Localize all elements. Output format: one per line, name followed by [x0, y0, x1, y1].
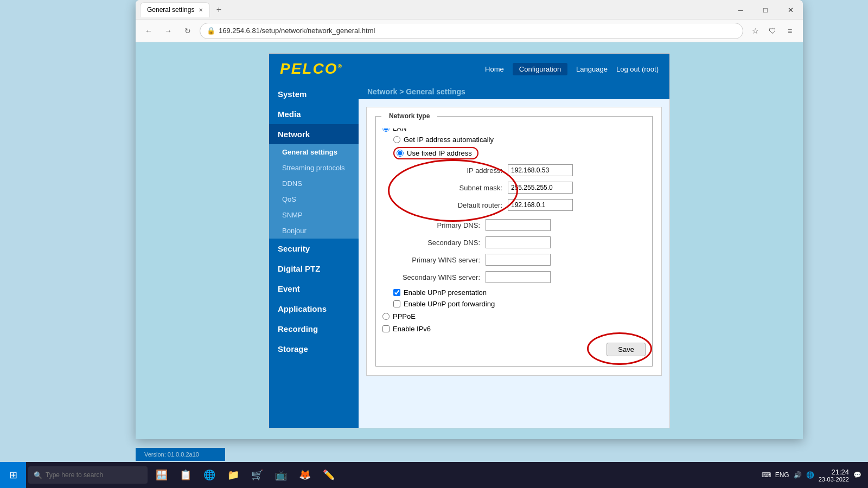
sidebar-sub-streaming-protocols[interactable]: Streaming protocols: [269, 160, 359, 176]
shield-icon[interactable]: 🛡: [765, 23, 780, 38]
sidebar-item-security[interactable]: Security: [269, 239, 359, 259]
tab-title: General settings: [147, 6, 194, 14]
pelco-nav: Home Configuration Language Log out (roo…: [485, 63, 659, 75]
network-type-box: Network type LAN Get: [366, 107, 662, 376]
sidebar-sub-snmp[interactable]: SNMP: [269, 207, 359, 223]
start-button[interactable]: ⊞: [0, 462, 26, 488]
sidebar-sub-bonjour[interactable]: Bonjour: [269, 223, 359, 239]
sidebar-sub-ddns[interactable]: DDNS: [269, 176, 359, 191]
pelco-sidebar: System Media Network General settings St…: [269, 84, 359, 428]
sidebar-system-label: System: [278, 89, 307, 99]
nav-configuration[interactable]: Configuration: [513, 63, 567, 75]
nav-logout[interactable]: Log out (root): [616, 65, 659, 73]
sidebar-item-media[interactable]: Media: [269, 104, 359, 124]
taskbar: ⊞ 🔍 🪟 📋 🌐 📁 🛒 📺 🦊 ✏️ ⌨ ENG 🔊 🌐 21:24 23-…: [0, 462, 868, 488]
sidebar-item-digital-ptz[interactable]: Digital PTZ: [269, 259, 359, 279]
nav-language[interactable]: Language: [576, 65, 608, 73]
sidebar-version: Version: 01.0.0.2a10: [136, 448, 225, 461]
restore-button[interactable]: □: [753, 0, 778, 20]
get-ip-label: Get IP address automatically: [404, 136, 494, 144]
enable-upnp-row: Enable UPnP presentation: [393, 288, 646, 297]
subnet-mask-label: Subnet mask:: [416, 184, 508, 192]
taskbar-icon-8[interactable]: ✏️: [319, 465, 339, 485]
notification-icon[interactable]: 💬: [853, 471, 861, 479]
sidebar-subsections: General settings Streaming protocols DDN…: [269, 144, 359, 239]
secondary-wins-input[interactable]: [486, 271, 551, 283]
taskbar-icon-2[interactable]: 📋: [176, 465, 195, 485]
taskbar-icon-3[interactable]: 🌐: [200, 465, 219, 485]
pppoe-label: PPPoE: [393, 312, 416, 320]
enable-upnp-port-row: Enable UPnP port forwarding: [393, 300, 646, 308]
star-icon[interactable]: ☆: [748, 23, 763, 38]
sidebar-sub-qos[interactable]: QoS: [269, 191, 359, 207]
subnet-mask-row: Subnet mask:: [416, 182, 573, 194]
taskbar-right: ⌨ ENG 🔊 🌐 21:24 23-03-2022 💬: [762, 462, 868, 488]
address-bar[interactable]: 🔒 169.254.6.81/setup/network/network_gen…: [200, 23, 743, 39]
secondary-dns-label: Secondary DNS:: [393, 239, 486, 247]
window-controls: ─ □ ✕: [728, 0, 803, 20]
enable-upnp-port-label: Enable UPnP port forwarding: [404, 300, 495, 308]
url-text: 169.254.6.81/setup/network/network_gener…: [219, 27, 736, 35]
pelco-app: PELCO® Home Configuration Language Log o…: [269, 53, 670, 428]
breadcrumb: Network > General settings: [359, 84, 669, 99]
sidebar-sub-general-settings[interactable]: General settings: [269, 144, 359, 160]
browser-window: General settings ✕ + ─ □ ✕ ← → ↻ 🔒 169.2…: [136, 0, 803, 439]
new-tab-button[interactable]: +: [212, 3, 225, 16]
primary-wins-input[interactable]: [486, 254, 551, 266]
sidebar-item-applications[interactable]: Applications: [269, 299, 359, 319]
browser-tab[interactable]: General settings ✕: [140, 2, 210, 17]
keyboard-icon: ⌨: [762, 471, 771, 479]
sidebar-media-label: Media: [278, 110, 301, 119]
default-router-label: Default router:: [416, 201, 508, 209]
get-ip-radio[interactable]: [393, 136, 400, 143]
enable-ipv6-checkbox[interactable]: [382, 325, 390, 332]
taskbar-icon-7[interactable]: 🦊: [295, 465, 315, 485]
breadcrumb-section: Network: [367, 87, 397, 96]
close-button[interactable]: ✕: [778, 0, 803, 20]
browser-titlebar: General settings ✕ + ─ □ ✕: [136, 0, 803, 20]
taskbar-time: 21:24: [819, 468, 849, 476]
default-router-input[interactable]: [508, 199, 573, 211]
secondary-dns-input[interactable]: [486, 236, 551, 248]
taskbar-icon-4[interactable]: 📁: [224, 465, 243, 485]
section-title: Network type: [385, 111, 434, 121]
refresh-button[interactable]: ↻: [180, 23, 195, 38]
taskbar-icon-5[interactable]: 🛒: [247, 465, 267, 485]
ip-address-input[interactable]: [508, 164, 573, 176]
use-fixed-row: Use fixed IP address: [393, 147, 646, 159]
back-button[interactable]: ←: [141, 23, 156, 38]
taskbar-date: 23-03-2022: [819, 476, 849, 483]
primary-wins-row: Primary WINS server:: [393, 254, 646, 266]
sidebar-item-storage[interactable]: Storage: [269, 339, 359, 359]
sidebar-item-system[interactable]: System: [269, 84, 359, 104]
secondary-wins-label: Secondary WINS server:: [393, 273, 486, 281]
subnet-mask-input[interactable]: [508, 182, 573, 194]
tab-close-button[interactable]: ✕: [199, 7, 203, 13]
enable-upnp-label: Enable UPnP presentation: [404, 288, 487, 297]
ip-address-row: IP address:: [416, 164, 573, 176]
save-button[interactable]: Save: [607, 343, 646, 356]
primary-dns-row: Primary DNS:: [393, 219, 646, 231]
pppoe-radio[interactable]: [382, 313, 390, 320]
pelco-content: Network > General settings Network type: [359, 84, 669, 428]
enable-upnp-port-checkbox[interactable]: [393, 300, 400, 307]
primary-dns-input[interactable]: [486, 219, 551, 231]
taskbar-search[interactable]: 🔍: [28, 466, 148, 484]
network-icon: 🌐: [806, 471, 814, 479]
sidebar-storage-label: Storage: [278, 344, 308, 354]
volume-icon: 🔊: [794, 471, 802, 479]
nav-home[interactable]: Home: [485, 65, 504, 73]
use-fixed-radio[interactable]: [397, 150, 404, 157]
taskbar-icon-6[interactable]: 📺: [271, 465, 291, 485]
secondary-dns-row: Secondary DNS:: [393, 236, 646, 248]
use-fixed-label: Use fixed IP address: [407, 149, 472, 157]
sidebar-item-recording[interactable]: Recording: [269, 319, 359, 339]
forward-button[interactable]: →: [161, 23, 176, 38]
taskbar-icon-1[interactable]: 🪟: [152, 465, 171, 485]
sidebar-item-event[interactable]: Event: [269, 279, 359, 299]
menu-icon[interactable]: ≡: [782, 23, 797, 38]
minimize-button[interactable]: ─: [728, 0, 753, 20]
search-input[interactable]: [46, 471, 138, 479]
sidebar-item-network[interactable]: Network: [269, 124, 359, 144]
enable-upnp-checkbox[interactable]: [393, 289, 400, 296]
